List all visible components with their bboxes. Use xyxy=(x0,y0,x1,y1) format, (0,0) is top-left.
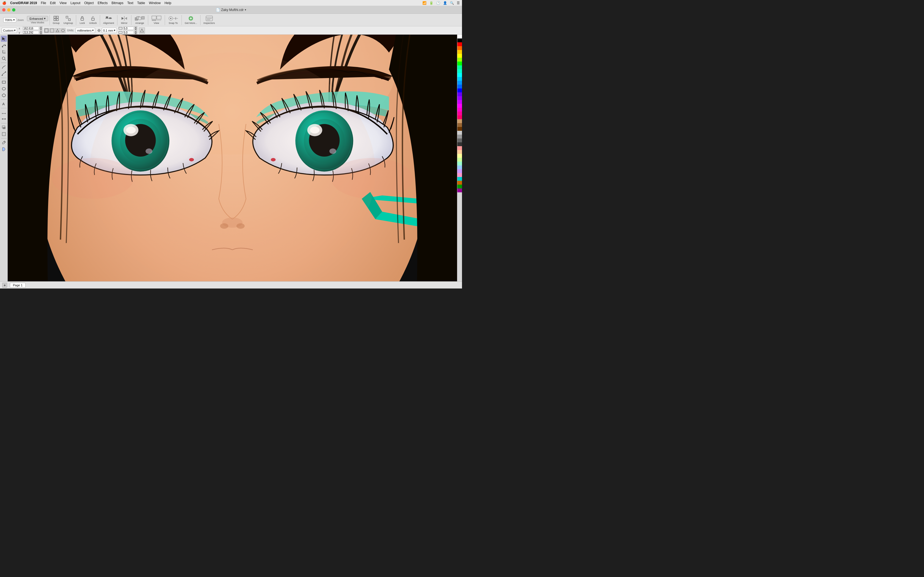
tool-drop-shadow[interactable] xyxy=(1,124,7,131)
palette-swatch-40[interactable] xyxy=(457,189,462,192)
palette-swatch-28[interactable] xyxy=(457,142,462,146)
transform-btn-3[interactable] xyxy=(55,28,60,33)
canvas-area[interactable] xyxy=(8,35,457,281)
h-decrement[interactable]: ▼ xyxy=(134,32,137,34)
transform-btn-2[interactable] xyxy=(50,28,55,33)
palette-swatch-35[interactable] xyxy=(457,169,462,173)
tool-eyedropper[interactable] xyxy=(1,140,7,146)
y-decrement[interactable]: ▼ xyxy=(40,32,42,34)
arrange-button[interactable]: Arrange xyxy=(133,15,147,25)
snap-to-button[interactable]: Snap To xyxy=(166,15,180,25)
tool-zoom[interactable] xyxy=(1,55,7,61)
palette-swatch-24[interactable] xyxy=(457,127,462,131)
inspectors-button[interactable]: Inspectors xyxy=(202,15,217,25)
palette-swatch-4[interactable] xyxy=(457,50,462,54)
alignment-button[interactable]: Alignment xyxy=(102,15,116,25)
get-more-button[interactable]: Get More... xyxy=(183,15,199,25)
outline-dropdown[interactable]: 0.1 mm ▾ xyxy=(102,28,117,33)
units-dropdown[interactable]: millimeters ▾ xyxy=(76,28,95,33)
tool-ellipse[interactable] xyxy=(1,86,7,92)
view-mode-dropdown[interactable]: Enhanced ▾ xyxy=(27,16,48,21)
transform-shape-button[interactable] xyxy=(139,27,145,34)
palette-swatch-14[interactable] xyxy=(457,89,462,92)
palette-swatch-31[interactable] xyxy=(457,154,462,158)
palette-swatch-29[interactable] xyxy=(457,146,462,150)
tool-text[interactable]: A xyxy=(1,101,7,107)
palette-swatch-32[interactable] xyxy=(457,158,462,161)
mirror-button[interactable]: Mirror xyxy=(119,15,130,25)
x-input[interactable] xyxy=(23,27,39,30)
palette-swatch-30[interactable] xyxy=(457,150,462,154)
tool-freehand[interactable] xyxy=(1,64,7,70)
h-increment[interactable]: ▲ xyxy=(134,31,137,32)
menu-icon[interactable]: ☰ xyxy=(457,1,460,5)
ungroup-button[interactable]: Ungroup xyxy=(62,15,75,25)
palette-swatch-39[interactable] xyxy=(457,185,462,189)
menu-window[interactable]: Window xyxy=(149,1,161,5)
palette-swatch-12[interactable] xyxy=(457,81,462,85)
tool-crop[interactable] xyxy=(1,49,7,55)
minimize-button[interactable] xyxy=(7,8,10,11)
tool-node-edit[interactable] xyxy=(1,42,7,48)
palette-swatch-33[interactable] xyxy=(457,161,462,165)
palette-swatch-9[interactable] xyxy=(457,69,462,73)
page-1-tab[interactable]: Page 1 xyxy=(10,283,26,288)
lock-button[interactable]: Lock xyxy=(78,15,87,25)
tool-rectangle[interactable] xyxy=(1,79,7,85)
palette-swatch-1[interactable] xyxy=(457,39,462,42)
palette-swatch-6[interactable] xyxy=(457,58,462,61)
close-button[interactable] xyxy=(2,8,5,11)
palette-swatch-10[interactable] xyxy=(457,73,462,77)
palette-swatch-34[interactable] xyxy=(457,165,462,169)
menu-file[interactable]: File xyxy=(41,1,46,5)
palette-swatch-22[interactable] xyxy=(457,119,462,123)
search-icon[interactable]: 🔍 xyxy=(450,1,454,5)
palette-swatch-17[interactable] xyxy=(457,100,462,104)
transform-btn-1[interactable] xyxy=(44,28,49,33)
transform-btn-4[interactable] xyxy=(60,28,65,33)
palette-swatch-38[interactable] xyxy=(457,181,462,185)
menu-table[interactable]: Table xyxy=(137,1,145,5)
tool-dimension[interactable] xyxy=(1,110,7,115)
menu-effects[interactable]: Effects xyxy=(98,1,108,5)
palette-swatch-2[interactable] xyxy=(457,42,462,46)
menu-help[interactable]: Help xyxy=(165,1,171,5)
palette-swatch-16[interactable] xyxy=(457,96,462,100)
apple-icon[interactable]: 🍎 xyxy=(2,1,6,5)
palette-swatch-15[interactable] xyxy=(457,92,462,96)
tool-transparency[interactable] xyxy=(1,131,7,137)
menu-edit[interactable]: Edit xyxy=(50,1,56,5)
unlock-button[interactable]: Unlock xyxy=(87,15,99,25)
palette-swatch-18[interactable] xyxy=(457,104,462,108)
tool-connector[interactable] xyxy=(1,116,7,122)
palette-swatch-20[interactable] xyxy=(457,111,462,115)
palette-swatch-23[interactable] xyxy=(457,123,462,127)
group-button[interactable]: Group xyxy=(51,15,61,25)
palette-swatch-26[interactable] xyxy=(457,135,462,139)
palette-swatch-19[interactable] xyxy=(457,108,462,111)
view-button[interactable]: View xyxy=(150,15,163,25)
palette-swatch-5[interactable] xyxy=(457,54,462,58)
palette-swatch-0[interactable] xyxy=(457,35,462,39)
palette-swatch-13[interactable] xyxy=(457,85,462,89)
palette-swatch-7[interactable] xyxy=(457,61,462,65)
palette-swatch-25[interactable] xyxy=(457,131,462,135)
palette-swatch-37[interactable] xyxy=(457,177,462,181)
dropdown-chevron-icon[interactable]: ▾ xyxy=(245,8,246,11)
add-page-button[interactable]: + xyxy=(2,283,7,288)
palette-swatch-3[interactable] xyxy=(457,46,462,50)
position-preset-dropdown[interactable]: Custom ▾ xyxy=(2,28,17,33)
tool-polygon[interactable] xyxy=(1,92,7,98)
palette-swatch-27[interactable] xyxy=(457,139,462,142)
zoom-dropdown[interactable]: 706% ▾ xyxy=(3,17,16,23)
menu-layout[interactable]: Layout xyxy=(70,1,80,5)
tool-selection[interactable] xyxy=(1,36,7,42)
menu-bitmaps[interactable]: Bitmaps xyxy=(111,1,123,5)
palette-swatch-8[interactable] xyxy=(457,65,462,69)
palette-swatch-36[interactable] xyxy=(457,173,462,177)
tool-smart-draw[interactable] xyxy=(1,71,7,77)
palette-swatch-21[interactable] xyxy=(457,115,462,119)
x-decrement[interactable]: ▼ xyxy=(40,28,42,30)
menu-view[interactable]: View xyxy=(60,1,66,5)
y-input[interactable] xyxy=(23,31,39,34)
